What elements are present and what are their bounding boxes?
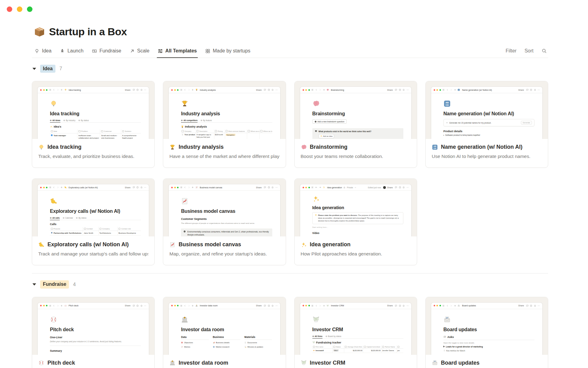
mini-bullet-item: •Software product to bring teams togethe…	[443, 134, 534, 136]
mini-columns: DataObjectivesMetricsBusinessBusiness de…	[181, 336, 272, 348]
mini-generate-button: Generate	[521, 121, 532, 125]
tab-scale[interactable]: Scale	[130, 48, 149, 58]
mini-minimize-icon	[305, 305, 307, 306]
mini-minimize-icon	[436, 89, 438, 91]
cell-text: InnovateX	[316, 350, 324, 352]
template-card-business-model-canvas[interactable]: Business model canvasShareBusiness model…	[163, 178, 286, 265]
template-card-investor-data-room[interactable]: $Investor data roomShare$Investor data r…	[163, 297, 286, 368]
column-label: Most common features	[228, 130, 245, 132]
card-description: How Pilot approaches idea generation.	[301, 251, 411, 257]
mini-more-icon	[406, 186, 409, 189]
mini-window: Business model canvasShareBusiness model…	[169, 184, 280, 236]
mini-updates-icon	[530, 89, 532, 91]
mini-section-title-text: Idea's	[54, 125, 62, 128]
card-title-row: Idea tracking	[38, 144, 148, 150]
mini-table: CompanyDescriptionPricingMost common fea…	[181, 129, 272, 139]
mini-comments-icon	[395, 89, 397, 91]
mini-window-chrome: Industry analysisShare	[169, 87, 280, 93]
template-card-pitch-deck[interactable]: Pitch deckSharePitch deckOne-LinerDefine…	[32, 297, 155, 368]
card-thumbnail: Idea trackingShareIdea trackingAll ideas…	[32, 81, 154, 139]
minimize-button[interactable]	[17, 6, 22, 12]
card-info: Business model canvasMap, organize, and …	[163, 236, 285, 257]
tab-idea[interactable]: Idea	[34, 48, 51, 58]
mini-updates-icon	[268, 89, 270, 91]
mini-updates-icon	[268, 186, 270, 189]
column-label: Purpose	[54, 228, 60, 230]
mini-table-header: Problem	[77, 129, 100, 133]
column-type-icon	[260, 130, 262, 132]
mini-zoom-icon	[439, 89, 441, 91]
template-card-exploratory-calls-w-notion-ai[interactable]: Exploratory calls (w/ Notion AI)ShareExp…	[32, 178, 155, 265]
tab-fundraise[interactable]: Fundraise	[92, 48, 121, 58]
mini-page-icon	[64, 89, 67, 91]
card-info: $Investor data room	[163, 355, 285, 366]
section-badge[interactable]: Fundraise	[40, 280, 69, 288]
mini-forward-icon	[57, 186, 59, 189]
mini-share-button: Share	[387, 89, 393, 91]
tab-all-templates[interactable]: All Templates	[158, 48, 197, 58]
tab-made-by-startups[interactable]: Made by startups	[205, 48, 251, 58]
mini-window: Industry analysisShareIndustry analysisA…	[169, 87, 280, 139]
mini-new-tab-icon	[323, 89, 325, 91]
page-emoji	[181, 197, 188, 205]
close-button[interactable]	[7, 6, 12, 12]
card-title: Exploratory calls (w/ Notion AI)	[47, 241, 129, 248]
screen-icon	[315, 130, 317, 132]
mini-link-item: Minutes & updates	[244, 346, 272, 348]
mini-forward-icon	[319, 89, 321, 91]
page-emoji: $	[181, 316, 188, 323]
mini-link-label: Metrics	[184, 346, 190, 348]
mini-close-icon	[171, 89, 173, 91]
speech-icon	[443, 335, 446, 338]
mini-favorite-icon	[534, 89, 536, 91]
column-type-icon	[84, 228, 86, 230]
collapse-toggle-icon[interactable]	[32, 283, 36, 286]
collapse-toggle-icon[interactable]	[32, 68, 36, 70]
template-card-brainstorming[interactable]: BrainstormingShareBrainstormingAdd a new…	[294, 81, 417, 168]
mini-window-chrome: Business model canvasShare	[169, 184, 280, 191]
mini-page: Pitch deckOne-LinerDefine your company a…	[38, 309, 149, 352]
mini-callout-bold: What products exist in the world we thin…	[318, 130, 371, 132]
column-label: Where we lose	[263, 130, 272, 132]
column-label: Solution	[125, 130, 131, 132]
mini-page-title: Industry analysis	[200, 89, 216, 91]
template-card-idea-tracking[interactable]: Idea trackingShareIdea trackingAll ideas…	[32, 81, 155, 168]
search-button[interactable]	[541, 48, 547, 54]
mini-toggle-item: Leads for a great director of marketing	[443, 346, 534, 348]
card-thumbnail: Pitch deckSharePitch deckOne-LinerDefine…	[32, 297, 154, 355]
mini-updates-icon	[399, 186, 401, 189]
card-info: Investor CRM	[295, 355, 417, 366]
section-badge[interactable]: Idea	[40, 65, 55, 73]
sort-button[interactable]: Sort	[525, 48, 533, 54]
mini-back-icon	[446, 89, 449, 91]
sparkles-emoji	[301, 242, 307, 248]
mini-window-chrome: ABCDName generation (w/ Notion AI)Share	[431, 87, 542, 93]
mini-text: Start writing here...	[312, 226, 403, 228]
mini-column: MaterialsDocumentsMinutes & updates	[244, 336, 272, 348]
mini-table-cell: Partnership with TechSolutions	[50, 231, 83, 236]
mini-table-header: Capital Committed	[363, 345, 381, 349]
mini-page-title: Board updates	[462, 305, 476, 307]
template-card-industry-analysis[interactable]: Industry analysisShareIndustry analysisA…	[163, 81, 286, 168]
mini-edited-label: Edited just now	[368, 186, 381, 189]
mini-close-icon	[40, 187, 42, 188]
tab-launch[interactable]: Launch	[60, 48, 84, 58]
cell-text: Task manager	[54, 134, 66, 137]
mini-table-cell: Your product	[181, 133, 195, 139]
mini-table-header: Firm name	[312, 345, 333, 349]
filter-button[interactable]: Filter	[506, 48, 517, 54]
mini-window-chrome: Pitch deckShare	[38, 303, 149, 309]
mini-zoom-icon	[177, 187, 179, 188]
template-card-investor-crm[interactable]: Investor CRMShareInvestor CRMAll firmsBo…	[294, 297, 417, 368]
zoom-button[interactable]	[27, 6, 32, 12]
mini-page-heading: Investor CRM	[312, 327, 403, 332]
template-card-idea-generation[interactable]: Idea generationPrivateEdited just nowSha…	[294, 178, 417, 265]
envelope-emoji	[432, 360, 438, 366]
mini-link-label: Documents	[247, 341, 257, 344]
template-card-board-updates[interactable]: Board updatesShareBoard updatesAsksOpen …	[425, 297, 548, 368]
mini-table-header: Idea	[50, 129, 77, 133]
column-type-icon	[313, 346, 315, 348]
mini-avatar	[383, 186, 386, 189]
tab-label: Idea	[42, 48, 51, 54]
template-card-name-generation-w-notion-ai[interactable]: ABCDName generation (w/ Notion AI)ShareA…	[425, 81, 548, 168]
